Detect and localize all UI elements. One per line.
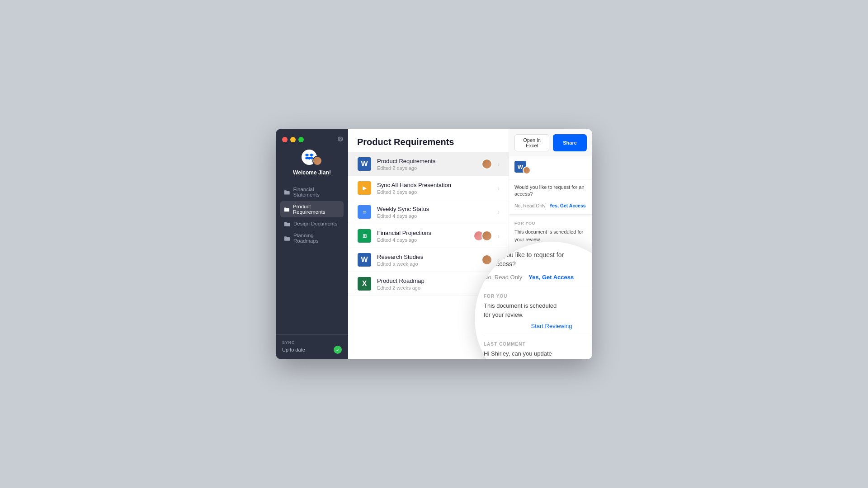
file-info: Product Requirements Edited 2 days ago [377, 158, 481, 171]
file-users [481, 159, 492, 169]
minimize-button[interactable] [290, 137, 296, 142]
magnify-for-you-text: This document is scheduledfor your revie… [484, 301, 592, 319]
file-item-research-studies[interactable]: W Research Studies Edited a week ago › [348, 248, 509, 272]
file-name: Sync All Hands Presentation [377, 182, 496, 188]
file-name: Product Requirements [377, 158, 481, 164]
sidebar-item-product-requirements[interactable]: Product Requirements [280, 201, 344, 217]
file-info: Weekly Sync Status Edited 4 days ago [377, 206, 496, 219]
access-request-box: Would you like to request for an access?… [509, 179, 592, 215]
chevron-right-icon: › [498, 161, 500, 168]
file-user-avatar [481, 230, 492, 241]
sync-status-row: Up to date ✓ [282, 346, 342, 354]
share-button[interactable]: Share [553, 134, 587, 151]
file-user-avatar [481, 254, 492, 265]
file-users [473, 230, 492, 241]
chevron-right-icon: › [498, 209, 500, 216]
magnify-last-comment-label: LAST COMMENT [484, 342, 592, 347]
sidebar-item-financial-statements[interactable]: Financial Statements [280, 184, 344, 200]
chevron-right-icon: › [498, 185, 500, 192]
magnify-start-reviewing-link[interactable]: Start Reviewing [484, 323, 592, 329]
avatar-stack [302, 150, 322, 166]
sync-check-icon: ✓ [334, 346, 342, 354]
access-request-text: Would you like to request for an access? [514, 184, 587, 198]
file-info: Research Studies Edited a week ago [377, 253, 481, 267]
file-info: Product Roadmap Edited 2 weeks ago [377, 277, 496, 291]
file-edited: Edited 2 days ago [377, 165, 481, 171]
maximize-button[interactable] [298, 137, 304, 142]
read-only-button[interactable]: No, Read Only [514, 202, 546, 210]
magnify-read-only-button[interactable]: No, Read Only [484, 274, 522, 281]
file-edited: Edited 4 days ago [377, 237, 473, 243]
sidebar-item-label: Financial Statements [293, 187, 340, 197]
sidebar: Welcome Jian! Financial Statements Produ… [276, 129, 348, 359]
magnify-get-access-button[interactable]: Yes, Get Access [528, 274, 574, 281]
settings-icon[interactable] [337, 136, 344, 144]
file-edited: Edited 2 days ago [377, 189, 496, 195]
magnify-for-you-label: FOR YOU [484, 294, 592, 299]
welcome-text: Welcome Jian! [293, 169, 331, 176]
get-access-button[interactable]: Yes, Get Access [549, 202, 586, 210]
access-btns: No, Read Only Yes, Get Access [514, 202, 587, 210]
sync-area: SYNC Up to date ✓ [276, 334, 348, 359]
traffic-lights [282, 137, 304, 142]
file-icon-excel: X [357, 277, 372, 291]
file-edited: Edited 4 days ago [377, 213, 496, 219]
app-window: Welcome Jian! Financial Statements Produ… [276, 129, 592, 359]
file-edited: Edited 2 weeks ago [377, 285, 496, 291]
preview-icon-stack: W [514, 161, 531, 174]
sidebar-item-label: Product Requirements [293, 204, 340, 215]
file-name: Product Roadmap [377, 277, 496, 284]
preview-user-avatar [523, 166, 531, 174]
sidebar-item-design-documents[interactable]: Design Documents [280, 218, 344, 229]
file-users [481, 254, 492, 265]
sidebar-item-planning-roadmaps[interactable]: Planning Roadmaps [280, 230, 344, 246]
for-you-label: FOR YOU [514, 221, 587, 225]
file-name: Research Studies [377, 253, 481, 260]
file-icon-slides: ▶ [357, 181, 372, 195]
magnify-access-btns: No, Read Only Yes, Get Access [484, 274, 592, 281]
file-icon-word: W [357, 253, 372, 267]
file-name: Financial Projections [377, 230, 473, 236]
file-item-product-requirements[interactable]: W Product Requirements Edited 2 days ago… [348, 152, 509, 176]
chevron-right-icon: › [498, 233, 500, 239]
magnify-comment-text: Hi Shirley, can you updatethe total retu… [484, 349, 592, 359]
file-user-avatar [481, 159, 492, 169]
file-edited: Edited a week ago [377, 261, 481, 267]
page-title: Product Requirements [357, 137, 500, 147]
sync-status-text: Up to date [282, 347, 305, 352]
close-button[interactable] [282, 137, 288, 142]
file-item-weekly-sync-status[interactable]: ≡ Weekly Sync Status Edited 4 days ago › [348, 200, 509, 224]
sync-label: SYNC [282, 340, 342, 345]
profile-area: Welcome Jian! [293, 150, 331, 176]
nav-items: Financial Statements Product Requirement… [276, 184, 348, 246]
for-you-text: This document is scheduled for your revi… [514, 228, 587, 243]
file-icon-sheets: ⊞ [357, 229, 372, 243]
file-item-sync-all-hands[interactable]: ▶ Sync All Hands Presentation Edited 2 d… [348, 176, 509, 200]
user-avatar [312, 156, 322, 166]
title-bar [276, 133, 348, 146]
file-icon-docs: ≡ [357, 205, 372, 219]
file-name: Weekly Sync Status [377, 206, 496, 212]
file-icon-word: W [357, 157, 372, 171]
file-info: Sync All Hands Presentation Edited 2 day… [377, 182, 496, 195]
panel-header: Open in Excel Share [509, 129, 592, 156]
sidebar-item-label: Planning Roadmaps [293, 233, 340, 244]
main-header: Product Requirements [348, 129, 509, 152]
file-info: Financial Projections Edited 4 days ago [377, 230, 473, 243]
open-in-excel-button[interactable]: Open in Excel [514, 134, 549, 151]
sidebar-item-label: Design Documents [293, 221, 337, 226]
file-item-financial-projections[interactable]: ⊞ Financial Projections Edited 4 days ag… [348, 224, 509, 248]
panel-file-preview: W [509, 156, 592, 179]
